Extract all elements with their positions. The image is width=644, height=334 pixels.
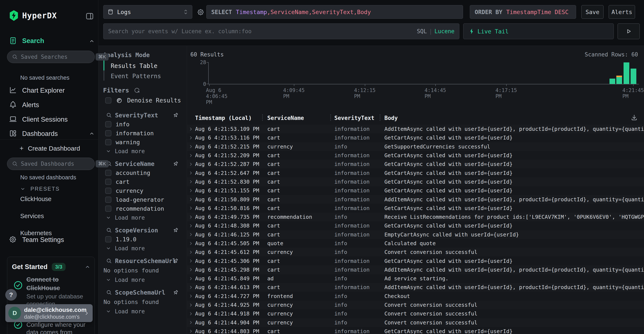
expand-row-chevron-icon[interactable] [187,180,195,184]
expand-row-chevron-icon[interactable] [187,276,195,281]
expand-row-chevron-icon[interactable] [187,232,195,237]
filter-option-checkbox[interactable] [105,121,112,128]
filter-option-checkbox[interactable] [105,236,112,242]
filter-option[interactable]: cart [103,177,183,186]
saved-dashboards-input[interactable] [21,160,93,167]
pin-icon[interactable] [172,227,179,234]
live-tail-button[interactable]: Live Tail [463,24,614,39]
log-row[interactable]: Aug 6 4:21:45.298 PM cart information Ad… [187,266,644,274]
load-more-button[interactable]: Load more [103,307,183,316]
histogram-bar[interactable] [610,78,615,84]
pin-icon[interactable] [172,289,179,296]
sidebar-item-team-settings[interactable]: Team Settings [22,236,64,244]
sidebar-item-dashboards[interactable]: Dashboards [22,130,58,138]
log-row[interactable]: Aug 6 4:21:53.116 PM cart information Ge… [187,133,644,142]
preset-item[interactable]: ClickHouse [20,196,52,202]
log-row[interactable]: Aug 6 4:21:48.308 PM cart information Ge… [187,221,644,230]
log-row[interactable]: Aug 6 4:21:45.505 PM quote info Calculat… [187,239,644,248]
expand-row-chevron-icon[interactable] [187,197,195,202]
sidebar-item-alerts[interactable]: Alerts [22,101,39,109]
log-row[interactable]: Aug 6 4:21:44.925 PM currency info Conve… [187,300,644,309]
log-row[interactable]: Aug 6 4:21:45.306 PM cart information Ge… [187,256,644,265]
expand-row-chevron-icon[interactable] [187,268,195,272]
filter-option-checkbox[interactable] [105,170,112,176]
load-more-button[interactable]: Load more [103,213,183,222]
expand-row-chevron-icon[interactable] [187,312,195,316]
filter-option[interactable]: currency [103,186,183,195]
log-row[interactable]: Aug 6 4:21:45.612 PM currency info Conve… [187,248,644,256]
log-row[interactable]: Aug 6 4:21:44.727 PM frontend info Check… [187,292,644,300]
search-section-chevron-up-icon[interactable] [89,38,94,44]
event-search-input[interactable] [108,28,417,34]
sidebar-item-search[interactable]: Search [22,37,44,45]
source-select[interactable]: Logs [103,5,192,19]
filter-option-checkbox[interactable] [105,196,112,203]
load-more-button[interactable]: Load more [103,146,183,156]
expand-row-chevron-icon[interactable] [187,329,195,333]
load-more-button[interactable]: Load more [103,244,183,253]
denoise-results-option[interactable]: Denoise Results [105,97,181,104]
column-separator[interactable] [380,114,380,121]
refresh-icon[interactable] [134,87,140,94]
saved-dashboards-search[interactable]: ⌘K [7,158,95,170]
expand-row-chevron-icon[interactable] [187,144,195,149]
expand-row-chevron-icon[interactable] [187,294,195,298]
expand-row-chevron-icon[interactable] [187,303,195,307]
pin-icon[interactable] [172,160,179,167]
column-separator[interactable] [330,114,331,121]
download-results-icon[interactable] [631,114,638,121]
log-row[interactable]: Aug 6 4:21:49.735 PM recommendation info… [187,212,644,221]
save-button[interactable]: Save [582,5,604,19]
denoise-checkbox[interactable] [105,97,112,104]
expand-row-chevron-icon[interactable] [187,320,195,325]
filter-option[interactable]: load-generator [103,195,183,204]
create-dashboard-button[interactable]: + Create Dashboard [20,144,80,152]
analysis-mode-tab[interactable]: Event Patterns [111,73,161,78]
log-row[interactable]: Aug 6 4:21:44.918 PM currency info Conve… [187,309,644,318]
saved-searches-input[interactable] [21,54,93,60]
col-header-severitytext[interactable]: SeverityText [334,115,374,121]
preset-item[interactable]: Services [20,212,52,220]
load-more-button[interactable]: Load more [103,275,183,284]
sidebar-item-chart-explorer[interactable]: Chart Explorer [22,87,65,94]
expand-row-chevron-icon[interactable] [187,188,195,193]
analysis-mode-tab[interactable]: Results Table [111,62,161,68]
filter-option-checkbox[interactable] [105,130,112,136]
search-icon[interactable] [106,258,112,264]
filter-option-checkbox[interactable] [105,188,112,194]
step-configure-data[interactable]: Configure where your data comes from [26,321,88,334]
help-button[interactable]: ? [5,289,17,300]
filter-option[interactable]: information [103,129,183,138]
search-icon[interactable] [106,290,112,296]
select-columns-input[interactable]: SELECT Timestamp,ServiceName,SeverityTex… [206,5,463,19]
pin-icon[interactable] [172,258,179,264]
histogram-bar[interactable] [630,68,636,84]
log-row[interactable]: Aug 6 4:21:52.647 PM cart information Ge… [187,168,644,177]
expand-row-chevron-icon[interactable] [187,153,195,158]
presets-section-toggle[interactable]: PRESETS [20,186,60,192]
source-settings-gear-icon[interactable] [197,8,204,16]
log-row[interactable]: Aug 6 4:21:53.109 PM cart information Ad… [187,124,644,133]
lang-toggle-sql[interactable]: SQL [417,28,427,34]
filter-option[interactable]: info [103,120,183,129]
log-row[interactable]: Aug 6 4:21:52.287 PM cart information Ge… [187,160,644,168]
expand-row-chevron-icon[interactable] [187,259,195,263]
event-search-bar[interactable]: SQL | Lucene [103,24,459,39]
search-icon[interactable] [106,227,112,233]
log-row[interactable]: Aug 6 4:21:52.215 PM currency info GetSu… [187,142,644,151]
filter-option[interactable]: recommendation [103,204,183,213]
expand-row-chevron-icon[interactable] [187,136,195,140]
collapse-sidebar-icon[interactable] [85,12,94,21]
expand-row-chevron-icon[interactable] [187,285,195,290]
log-row[interactable]: Aug 6 4:21:46.125 PM cart information Em… [187,230,644,239]
filter-option[interactable]: accounting [103,168,183,177]
filter-option-checkbox[interactable] [105,179,112,185]
log-row[interactable]: Aug 6 4:21:52.209 PM cart information Ge… [187,151,644,160]
pin-icon[interactable] [172,112,179,118]
sidebar-item-client-sessions[interactable]: Client Sessions [22,116,68,123]
order-by-input[interactable]: ORDER BY TimestampTime DESC [470,5,576,19]
log-row[interactable]: Aug 6 4:21:52.830 PM cart information Ge… [187,178,644,186]
expand-row-chevron-icon[interactable] [187,215,195,219]
dashboards-chevron-up-icon[interactable] [89,131,94,136]
expand-row-chevron-icon[interactable] [187,224,195,228]
